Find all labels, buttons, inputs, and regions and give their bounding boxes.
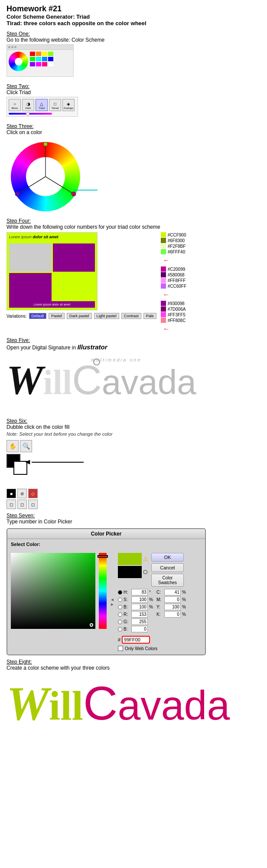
spectrum-slider[interactable] — [98, 555, 108, 558]
scheme-output: Lorem ipsum dolor sit amet Lorem ipsum d… — [7, 232, 260, 333]
variation-default[interactable]: Default — [29, 313, 47, 319]
color-wheel-large-container — [7, 138, 93, 216]
r-input[interactable] — [131, 611, 148, 618]
g-label: G: — [124, 619, 130, 624]
slider-handle[interactable] — [26, 112, 29, 115]
variation-pale[interactable]: Pale — [143, 313, 156, 319]
b-radio[interactable] — [118, 605, 122, 609]
cp-cmyk-fields: C: % M: % Y: % — [156, 589, 187, 632]
color-swatch — [161, 306, 166, 312]
step4-label: Step Four: Write down the following colo… — [7, 218, 260, 230]
variation-contrast[interactable]: Contrast — [121, 313, 141, 319]
color-picker-body: ◄ ► ⚠ ⬡ — [7, 549, 205, 654]
illustrator-text: Illustrator — [77, 343, 107, 351]
color-code: #FF8FFF — [168, 278, 186, 283]
color-item: #F2F8BF — [161, 243, 186, 249]
cp-arrows: ◄ ► — [110, 553, 114, 651]
color-code: #F2F8BF — [168, 244, 186, 249]
b-label: B: — [124, 605, 130, 609]
color-code: #CC60FF — [168, 284, 186, 289]
r-label: R: — [124, 612, 130, 617]
c-input[interactable] — [164, 589, 181, 595]
color-swatches-button[interactable]: Color Swatches — [151, 574, 184, 587]
variations-bar: Variations: Default Pastel Dark pastel L… — [7, 313, 156, 319]
logo-main: WillCavada — [7, 359, 196, 401]
logo-avada: avada — [102, 363, 196, 401]
variation-pastel[interactable]: Pastel — [49, 313, 65, 319]
h-input[interactable] — [131, 589, 148, 595]
final-logo-C: C — [83, 676, 117, 730]
r-radio[interactable] — [118, 612, 122, 617]
color-swatch — [161, 283, 166, 289]
s-field-row: S: % — [118, 596, 154, 603]
final-logo-avada: avada — [117, 682, 230, 728]
g-radio[interactable] — [118, 620, 122, 624]
web-icon: ⬡ — [143, 569, 147, 575]
b2-input[interactable] — [131, 626, 148, 632]
color-code: #6FFF40 — [168, 250, 186, 254]
small-tool-4[interactable]: ◻ — [7, 500, 16, 509]
s-radio[interactable] — [118, 598, 122, 602]
color-swatch — [161, 301, 166, 306]
spectrum-bar[interactable] — [99, 553, 107, 629]
magnifier-tool[interactable]: 🔍 — [20, 440, 32, 452]
color-wheel-small — [9, 52, 28, 71]
h-radio[interactable] — [118, 590, 122, 595]
color-item: #6FFF40 — [161, 249, 186, 254]
variation-dark-pastel[interactable]: Dark pastel — [67, 313, 92, 319]
cp-current-row: ⬡ — [118, 566, 149, 578]
color-code: #6F8300 — [168, 238, 185, 243]
cp-new-row: ⚠ — [118, 553, 149, 565]
hex-label: # — [118, 637, 120, 642]
tetrad-button[interactable]: □ Tetrad — [49, 99, 61, 111]
logo-section: multimedia one WillCavada — [7, 357, 260, 414]
color-code: #FF3FF5 — [168, 312, 186, 317]
color-item: #CCF900 — [161, 232, 186, 237]
triad-mockup: ○ Mono ◑ Dark △ Triad □ Tetrad ◈ Analogi… — [7, 97, 78, 117]
color-swatch — [161, 266, 166, 272]
only-web-label: Only Web Colors — [125, 646, 157, 651]
dark-button[interactable]: ◑ Dark — [22, 99, 34, 111]
preview-box-1 — [9, 243, 52, 272]
color-group-3: #930098 #7D006A #FF3FF5 #FF808C — [161, 301, 186, 323]
hand-tool[interactable]: ✋ — [7, 440, 19, 452]
small-tool-3[interactable]: ◇ — [28, 489, 38, 498]
indicator-line — [74, 190, 98, 191]
variation-light-pastel[interactable]: Light pastel — [94, 313, 119, 319]
b-input[interactable] — [131, 604, 148, 610]
ok-button[interactable]: OK — [151, 553, 184, 562]
m-input[interactable] — [164, 596, 181, 603]
registered-circle — [93, 358, 100, 365]
step2-label: Step Two: Click Triad — [7, 83, 260, 95]
s-unit: % — [149, 597, 154, 602]
b2-radio[interactable] — [118, 627, 122, 631]
step8-label: Step Eight: Create a color scheme with y… — [7, 659, 260, 671]
svg-line-1 — [46, 177, 74, 194]
k-input[interactable] — [164, 611, 181, 618]
hex-input[interactable] — [122, 636, 150, 644]
mono-button[interactable]: ○ Mono — [9, 99, 21, 111]
s-input[interactable] — [131, 596, 148, 603]
triad-button[interactable]: △ Triad — [36, 99, 48, 111]
g-input[interactable] — [131, 618, 148, 625]
only-web-checkbox[interactable] — [118, 646, 123, 651]
only-web-colors-row: Only Web Colors — [118, 646, 187, 651]
cancel-button[interactable]: Cancel — [151, 563, 184, 572]
arrow-to-fill: ◄ — [24, 457, 84, 467]
y-input[interactable] — [164, 604, 181, 610]
cp-buttons: OK Cancel Color Swatches — [151, 553, 184, 587]
color-gradient-area[interactable] — [11, 553, 95, 629]
small-tool-6[interactable]: ◻ — [28, 500, 38, 509]
analogic-button[interactable]: ◈ Analogic — [62, 99, 75, 111]
arrow-left-icon: ◄ — [110, 597, 114, 602]
triad-buttons: ○ Mono ◑ Dark △ Triad □ Tetrad ◈ Analogi… — [9, 99, 76, 111]
small-tool-5[interactable]: ◻ — [17, 500, 27, 509]
small-tool-1[interactable]: ■ — [7, 489, 16, 498]
small-tool-2[interactable]: ⊘ — [17, 489, 27, 498]
color-item: #FF8FFF — [161, 278, 186, 283]
cp-right-panel: ⚠ ⬡ OK Cancel Color Swatches — [118, 553, 187, 651]
step5-label: Step Five: Open your Digital Signature i… — [7, 337, 260, 351]
cp-fields-section: H: ° S: % B: — [118, 589, 187, 632]
color-item: #CC60FF — [161, 283, 186, 289]
y-field-row: Y: % — [156, 604, 187, 610]
